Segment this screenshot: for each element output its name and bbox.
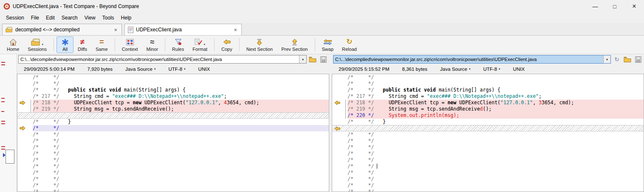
tab-file-compare[interactable]: UDPExecClient.java× <box>124 24 242 35</box>
code-gap-line[interactable] <box>17 112 329 119</box>
code-line[interactable]: /* */ <box>17 182 329 189</box>
left-save-icon[interactable] <box>319 55 328 64</box>
toolbar-all-button[interactable]: ∗All <box>56 36 73 53</box>
right-path-dropdown-icon[interactable]: ▾ <box>603 56 610 63</box>
left-encoding-dropdown[interactable]: UTF-8▾ <box>169 67 186 72</box>
menu-item-file[interactable]: File <box>28 14 42 22</box>
gutter-cell <box>17 119 33 125</box>
code-line[interactable]: /* 217 */ String cmd = "exec### D:\\Note… <box>17 93 329 100</box>
code-line[interactable]: /* */ <box>17 189 329 192</box>
toolbar-button-label: Context <box>122 47 138 52</box>
code-line[interactable]: /* */ <box>332 176 644 182</box>
left-path-combo[interactable]: C:\...\decompiled\viewpowermonitor.jar.s… <box>18 55 307 64</box>
toolbar-copy-button[interactable]: Copy <box>217 36 237 53</box>
toolbar-minor-button[interactable]: ≈Minor <box>142 36 163 53</box>
code-line[interactable]: /* */ <box>17 176 329 182</box>
code-line[interactable]: /* 219 */ String msg = tcp.sendAndReceiv… <box>332 106 644 112</box>
toolbar-swap-button[interactable]: Swap <box>318 36 338 53</box>
code-line[interactable]: /* */ } <box>17 119 329 125</box>
code-line[interactable]: /* 218 */ UDPExecClient tcp = new UDPExe… <box>332 100 644 106</box>
toolbar-same-button[interactable]: =Same <box>91 36 112 53</box>
toolbar-button-label: Prev Section <box>281 47 308 52</box>
code-line[interactable]: /* */ <box>17 170 329 176</box>
toolbar-reload-button[interactable]: ↻Reload <box>338 36 361 53</box>
left-code-editor[interactable]: /* *//* *//* */ public static void main(… <box>17 74 329 192</box>
toolbar-rules-button[interactable]: Rules <box>168 36 188 53</box>
copy-to-right-arrow-icon[interactable] <box>20 126 25 131</box>
close-button[interactable]: × <box>624 0 644 13</box>
code-line[interactable]: /* */ <box>332 150 644 157</box>
code-line[interactable]: /* */ <box>17 131 329 138</box>
menu-item-edit[interactable]: Edit <box>42 14 58 22</box>
minimize-button[interactable]: — <box>585 0 605 13</box>
code-line[interactable]: /* */ <box>332 74 644 81</box>
toolbar-sessions-button[interactable]: ▾Sessions <box>23 36 51 53</box>
code-text: /* 217 */ String cmd = "exec### D:\\Note… <box>347 93 644 100</box>
menu-item-search[interactable]: Search <box>58 14 81 22</box>
code-line[interactable]: /* */ <box>17 144 329 150</box>
code-gap-line[interactable] <box>332 125 644 131</box>
diff-map-strip[interactable] <box>0 54 17 192</box>
right-code-editor[interactable]: /* *//* *//* */ public static void main(… <box>332 74 644 192</box>
left-path-row: C:\...\decompiled\viewpowermonitor.jar.s… <box>17 54 329 64</box>
tab-close-icon[interactable]: × <box>113 27 119 33</box>
code-line[interactable]: /* 217 */ String cmd = "exec### D:\\Note… <box>332 93 644 100</box>
code-line[interactable]: /* */ <box>17 125 329 131</box>
right-path-combo[interactable]: C:\...\decomplied\viewpowermonitor.jar.s… <box>333 55 611 64</box>
maximize-button[interactable]: □ <box>605 0 624 13</box>
menu-item-tools[interactable]: Tools <box>99 14 118 22</box>
left-browse-folder-icon[interactable] <box>308 55 317 64</box>
toolbar-home-button[interactable]: Home <box>3 36 23 53</box>
code-line[interactable]: /* */ <box>332 81 644 87</box>
code-text: /* */ <box>347 150 644 157</box>
code-text: /* */ <box>33 74 329 81</box>
code-line[interactable]: /* */ <box>332 182 644 189</box>
right-browse-folder-icon[interactable] <box>623 55 632 64</box>
toolbar-context-button[interactable]: Context <box>118 36 142 53</box>
code-line[interactable]: /* */ <box>332 144 644 150</box>
reload-icon: ↻ <box>346 38 352 46</box>
code-line[interactable]: /* */ <box>332 157 644 163</box>
code-line[interactable]: /* */ <box>17 81 329 87</box>
code-line[interactable]: /* */ <box>332 131 644 138</box>
code-line[interactable]: /* 219 */ String msg = tcp.sendAndReceiv… <box>17 106 329 112</box>
diff-map-mark <box>1 146 5 147</box>
right-encoding-dropdown[interactable]: UTF-8▾ <box>483 67 500 72</box>
code-line[interactable]: /* */ <box>332 189 644 192</box>
toolbar-diffs-button[interactable]: ≠Diffs <box>73 36 91 53</box>
toolbar-prev-section-button[interactable]: Prev Section <box>277 36 312 53</box>
right-refresh-icon[interactable]: ↻ <box>612 55 621 64</box>
menu-item-help[interactable]: Help <box>118 14 135 22</box>
right-format-dropdown[interactable]: Java Source▾ <box>440 67 470 72</box>
copy-to-left-arrow-icon[interactable] <box>334 126 340 131</box>
copy-to-right-arrow-icon[interactable] <box>20 100 25 105</box>
code-line[interactable]: /* 218 */ UDPExecClient tcp = new UDPExe… <box>17 100 329 106</box>
code-line[interactable]: /* */ <box>332 138 644 144</box>
tab-close-icon[interactable]: × <box>232 27 238 33</box>
copy-to-left-arrow-icon[interactable] <box>334 100 340 105</box>
code-line[interactable]: /* */ } <box>332 119 644 125</box>
map-viewport-box[interactable] <box>6 150 14 164</box>
code-text: /* */ <box>347 144 644 150</box>
menu-item-session[interactable]: Session <box>3 14 28 22</box>
code-text: /* */ <box>347 131 644 138</box>
left-path-dropdown-icon[interactable]: ▾ <box>299 56 306 63</box>
code-line[interactable]: /* */ public static void main(String[] a… <box>17 87 329 93</box>
code-line[interactable]: /* */ <box>17 150 329 157</box>
code-line[interactable]: /* */ <box>332 170 644 176</box>
code-line[interactable]: /* 220 */ System.out.println(msg); <box>332 112 644 119</box>
gutter-cell <box>17 74 33 81</box>
diff-map-mark <box>1 149 5 150</box>
code-line[interactable]: /* */ <box>332 163 644 170</box>
code-line[interactable]: /* */ <box>17 138 329 144</box>
code-line[interactable]: /* */ public static void main(String[] a… <box>332 87 644 93</box>
tab-session-compare[interactable]: decompiled <--> decomplied× <box>2 24 122 35</box>
left-format-dropdown[interactable]: Java Source▾ <box>125 67 155 72</box>
code-line[interactable]: /* */ <box>17 74 329 81</box>
code-line[interactable]: /* */ <box>17 163 329 170</box>
toolbar-format-button[interactable]: ▾Format <box>188 36 212 53</box>
right-save-icon[interactable] <box>633 55 643 64</box>
toolbar-next-section-button[interactable]: Next Section <box>242 36 277 53</box>
code-line[interactable]: /* */ <box>17 157 329 163</box>
menu-item-view[interactable]: View <box>81 14 99 22</box>
